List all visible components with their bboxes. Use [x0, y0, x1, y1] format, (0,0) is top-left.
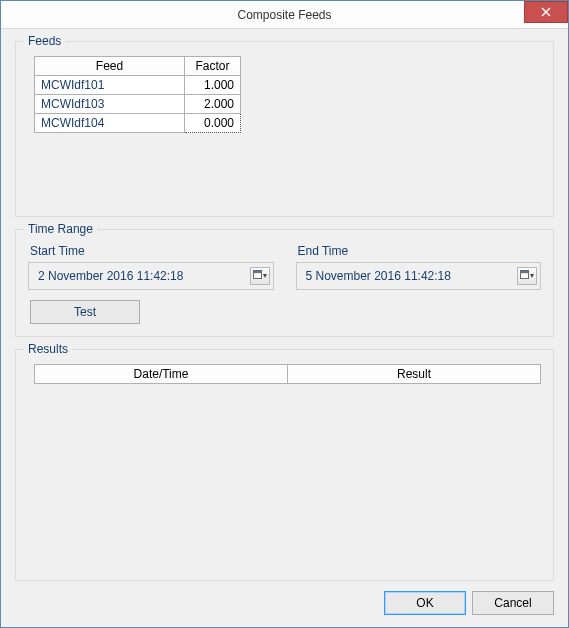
test-button-label: Test	[74, 305, 96, 319]
results-body	[28, 384, 541, 568]
results-group: Results Date/Time Result	[15, 349, 554, 581]
feeds-col-factor[interactable]: Factor	[185, 57, 241, 76]
factor-cell[interactable]: 2.000	[185, 95, 241, 114]
cancel-button-label: Cancel	[494, 596, 531, 610]
svg-rect-3	[253, 271, 261, 273]
feed-cell[interactable]: MCWIdf103	[35, 95, 185, 114]
start-time-value: 2 November 2016 11:42:18	[32, 269, 250, 283]
end-time-value: 5 November 2016 11:42:18	[300, 269, 518, 283]
table-row[interactable]: MCWIdf104 0.000	[35, 114, 241, 133]
table-row[interactable]: MCWIdf101 1.000	[35, 76, 241, 95]
ok-button[interactable]: OK	[384, 591, 466, 615]
results-legend: Results	[24, 342, 72, 356]
feeds-col-feed[interactable]: Feed	[35, 57, 185, 76]
svg-marker-7	[530, 274, 534, 278]
calendar-dropdown-icon	[253, 270, 267, 282]
results-col-result[interactable]: Result	[288, 365, 541, 384]
cancel-button[interactable]: Cancel	[472, 591, 554, 615]
titlebar: Composite Feeds	[1, 1, 568, 29]
table-row[interactable]: MCWIdf103 2.000	[35, 95, 241, 114]
results-header-row: Date/Time Result	[35, 365, 541, 384]
dialog-content: Feeds Feed Factor MCWIdf101 1.000	[1, 29, 568, 627]
end-time-dropdown-button[interactable]	[517, 267, 537, 285]
time-range-group: Time Range Start Time 2 November 2016 11…	[15, 229, 554, 337]
factor-cell-selected[interactable]: 0.000	[185, 114, 241, 133]
dialog-window: Composite Feeds Feeds Feed Factor	[0, 0, 569, 628]
end-time-picker[interactable]: 5 November 2016 11:42:18	[296, 262, 542, 290]
results-col-datetime[interactable]: Date/Time	[35, 365, 288, 384]
test-button[interactable]: Test	[30, 300, 140, 324]
feed-cell[interactable]: MCWIdf101	[35, 76, 185, 95]
start-time-dropdown-button[interactable]	[250, 267, 270, 285]
close-icon	[541, 7, 551, 17]
start-time-field: Start Time 2 November 2016 11:42:18	[28, 244, 274, 290]
calendar-dropdown-icon	[520, 270, 534, 282]
feeds-legend: Feeds	[24, 34, 65, 48]
end-time-label: End Time	[296, 244, 542, 258]
factor-cell[interactable]: 1.000	[185, 76, 241, 95]
feeds-group: Feeds Feed Factor MCWIdf101 1.000	[15, 41, 554, 217]
svg-rect-6	[521, 271, 529, 273]
ok-button-label: OK	[416, 596, 433, 610]
window-title: Composite Feeds	[1, 8, 568, 22]
time-range-legend: Time Range	[24, 222, 97, 236]
dialog-button-row: OK Cancel	[15, 591, 554, 617]
feeds-header-row: Feed Factor	[35, 57, 241, 76]
close-button[interactable]	[524, 1, 568, 23]
svg-marker-4	[263, 274, 267, 278]
start-time-label: Start Time	[28, 244, 274, 258]
results-table[interactable]: Date/Time Result	[34, 364, 541, 384]
feed-cell[interactable]: MCWIdf104	[35, 114, 185, 133]
start-time-picker[interactable]: 2 November 2016 11:42:18	[28, 262, 274, 290]
feeds-table[interactable]: Feed Factor MCWIdf101 1.000 MCWIdf103 2.…	[34, 56, 241, 133]
feeds-table-wrap: Feed Factor MCWIdf101 1.000 MCWIdf103 2.…	[28, 56, 541, 196]
end-time-field: End Time 5 November 2016 11:42:18	[296, 244, 542, 290]
